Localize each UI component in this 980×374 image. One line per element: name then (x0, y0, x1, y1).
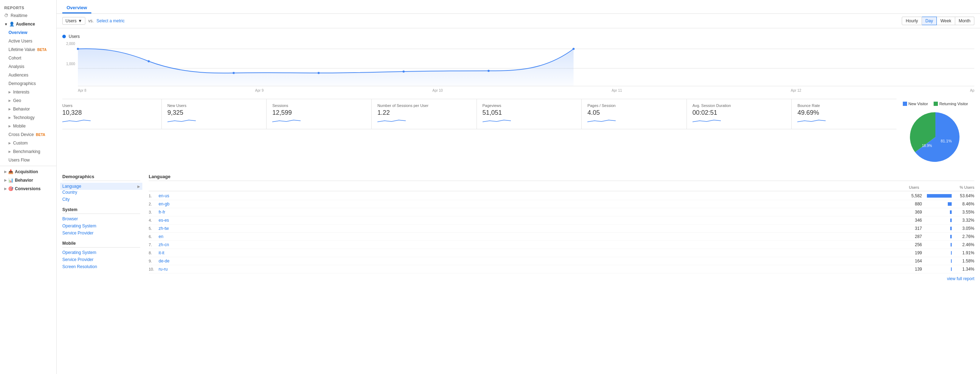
system-divider (62, 213, 140, 214)
row-bar-area (925, 251, 953, 255)
system-category: System (62, 207, 140, 212)
row-pct: 53.64% (953, 193, 974, 198)
user-selector[interactable]: Users ▼ (62, 17, 85, 25)
sidebar-item-technology[interactable]: ▶ Technology (0, 113, 56, 122)
sidebar-group-conversions[interactable]: ▶ 🎯 Conversions (0, 185, 56, 193)
row-bar (950, 235, 952, 238)
demo-item-mobile-os[interactable]: Operating System (62, 249, 140, 256)
stat-value: 9,325 (167, 109, 261, 116)
row-bar-area (925, 194, 953, 197)
row-pct: 8.46% (953, 202, 974, 207)
x-axis-labels: Apr 8 Apr 9 Apr 10 Apr 11 Apr 12 Ap (78, 88, 974, 93)
beta-badge-cross: BETA (36, 133, 45, 137)
demo-item-screen-resolution[interactable]: Screen Resolution (62, 263, 140, 270)
day-btn[interactable]: Day (922, 17, 937, 25)
chart-fill (78, 49, 574, 86)
arrow-right-icon: ▶ (137, 185, 140, 188)
sidebar-item-custom[interactable]: ▶ Custom (0, 139, 56, 147)
chart-legend: Users (62, 34, 974, 39)
sparkline (167, 116, 196, 124)
demo-item-city[interactable]: City (62, 196, 140, 203)
country-label: Country (62, 190, 77, 195)
person-icon: 👤 (9, 22, 14, 27)
sidebar-item-cross-device[interactable]: Cross Device BETA (0, 131, 56, 139)
chevron-right-icon: ▶ (8, 124, 11, 128)
table-row: 1. en-us 5,582 53.64% (149, 192, 974, 200)
row-lang[interactable]: fr-fr (159, 210, 896, 215)
select-metric-link[interactable]: Select a metric (97, 18, 125, 23)
sidebar-item-active-users[interactable]: Active Users (0, 37, 56, 45)
sidebar-item-analysis[interactable]: Analysis (0, 62, 56, 71)
view-full-report-link[interactable]: view full report (947, 276, 974, 281)
stats-pie-wrapper: Users 10,328 New Users 9,325 Sessions 12… (57, 99, 980, 174)
row-lang[interactable]: en-us (159, 193, 896, 198)
sidebar-item-label: Custom (13, 141, 28, 146)
table-row: 9. de-de 164 1.58% (149, 257, 974, 265)
sidebar-item-demographics[interactable]: Demographics (0, 80, 56, 88)
sidebar-group-acquisition[interactable]: ▶ 📥 Acquisition (0, 167, 56, 176)
row-users: 256 (896, 242, 925, 247)
col-pct-header: % Users (925, 185, 974, 189)
sidebar-item-cohort[interactable]: Cohort (0, 54, 56, 62)
mobile-category: Mobile (62, 241, 140, 246)
row-lang[interactable]: zh-tw (159, 226, 896, 231)
demo-item-mobile-sp[interactable]: Service Provider (62, 256, 140, 263)
sidebar-item-interests[interactable]: ▶ Interests (0, 88, 56, 96)
row-lang[interactable]: ru-ru (159, 267, 896, 272)
sparkline (377, 116, 406, 124)
sidebar-item-realtime[interactable]: ⏱ Realtime (0, 11, 56, 20)
x-label-apr9: Apr 9 (255, 89, 264, 92)
users-legend-dot (62, 35, 66, 38)
sidebar-item-lifetime-value[interactable]: Lifetime Value BETA (0, 45, 56, 54)
tab-overview[interactable]: Overview (62, 3, 91, 13)
sidebar-item-overview[interactable]: Overview (0, 28, 56, 37)
sidebar-group-audience[interactable]: ▼ 👤 Audience (0, 20, 56, 28)
stats-row: Users 10,328 New Users 9,325 Sessions 12… (62, 99, 896, 129)
vs-label: vs. (88, 18, 94, 23)
acquisition-icon: 📥 (8, 169, 13, 174)
week-btn[interactable]: Week (937, 17, 955, 25)
demo-item-country[interactable]: Country (62, 189, 140, 196)
demo-item-service-provider[interactable]: Service Provider (62, 229, 140, 237)
month-btn[interactable]: Month (955, 17, 974, 25)
sidebar-item-mobile[interactable]: ▶ Mobile (0, 122, 56, 131)
sidebar: REPORTS ⏱ Realtime ▼ 👤 Audience Overview… (0, 0, 57, 374)
pie-svg: 81.1% 18.9% (907, 109, 964, 166)
row-num: 8. (149, 251, 159, 255)
chevron-right-icon: ▶ (8, 90, 11, 94)
table-row: 6. en 287 2.76% (149, 233, 974, 241)
stat-sessions: Sessions 12,599 (267, 99, 372, 129)
row-bar-area (925, 210, 953, 214)
demo-item-operating-system[interactable]: Operating System (62, 223, 140, 229)
row-lang[interactable]: it-it (159, 250, 896, 255)
table-row: 7. zh-cn 256 2.46% (149, 241, 974, 249)
table-row: 2. en-gb 880 8.46% (149, 200, 974, 208)
row-lang[interactable]: es-es (159, 218, 896, 223)
row-num: 4. (149, 218, 159, 223)
demo-item-browser[interactable]: Browser (62, 215, 140, 223)
toolbar: Users ▼ vs. Select a metric Hourly Day W… (57, 14, 980, 28)
hourly-btn[interactable]: Hourly (902, 17, 922, 25)
sidebar-item-audiences[interactable]: Audiences (0, 71, 56, 80)
row-lang[interactable]: de-de (159, 259, 896, 264)
x-label-apr11: Apr 11 (611, 89, 622, 92)
sidebar-item-users-flow[interactable]: Users Flow (0, 156, 56, 164)
data-point (573, 48, 574, 50)
row-bar-area (925, 227, 953, 230)
chart-svg (78, 42, 974, 88)
sparkline (272, 116, 301, 124)
row-lang[interactable]: zh-cn (159, 242, 896, 247)
row-lang[interactable]: en (159, 234, 896, 239)
stat-avg-session: Avg. Session Duration 00:02:51 (687, 99, 792, 129)
data-point (77, 48, 79, 50)
row-lang[interactable]: en-gb (159, 202, 896, 207)
sidebar-group-behavior[interactable]: ▶ 📊 Behavior (0, 176, 56, 185)
sidebar-item-geo[interactable]: ▶ Geo (0, 96, 56, 105)
chevron-right-icon: ▶ (8, 150, 11, 153)
stat-value: 4.05 (587, 109, 681, 116)
mobile-divider (62, 247, 140, 248)
sidebar-item-behavior[interactable]: ▶ Behavior (0, 105, 56, 113)
sidebar-item-benchmarking[interactable]: ▶ Benchmarking (0, 147, 56, 156)
view-full-report: view full report (149, 274, 974, 284)
sidebar-item-label: Cross Device (8, 132, 33, 137)
